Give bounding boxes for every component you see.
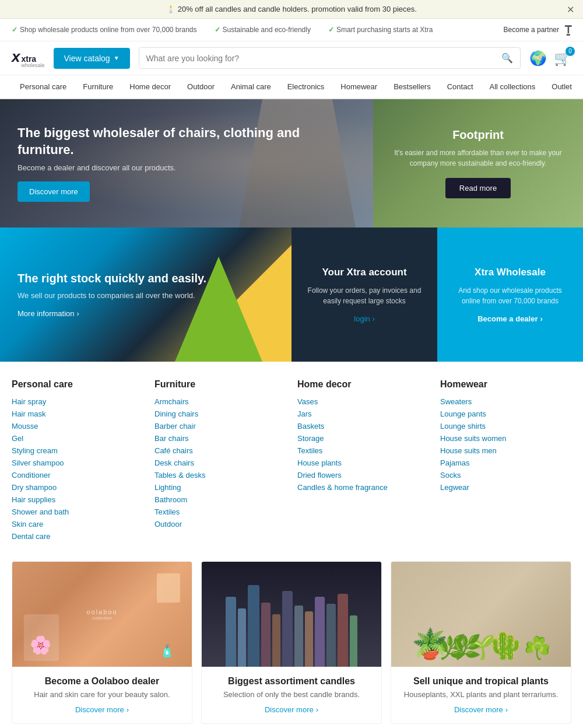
category-link[interactable]: Textiles [297, 446, 322, 455]
category-link[interactable]: Lighting [154, 483, 181, 492]
categories-section: Personal care Hair sprayHair maskMousseG… [0, 362, 583, 561]
category-link[interactable]: Silver shampoo [12, 459, 64, 467]
top-banner: 🕯️ 20% off all candles and candle holder… [0, 0, 583, 19]
nav-personal-care[interactable]: Personal care [12, 75, 75, 98]
more-info-link[interactable]: More information › [17, 309, 274, 318]
list-item: Skin care [12, 519, 143, 528]
category-personal-care: Personal care Hair sprayHair maskMousseG… [12, 379, 143, 544]
category-link[interactable]: Conditioner [12, 471, 51, 480]
discover-label-oolaboo: Discover more [75, 705, 124, 714]
category-link[interactable]: Armchairs [154, 397, 189, 406]
category-link[interactable]: Hair mask [12, 410, 46, 418]
view-catalog-button[interactable]: View catalog ▼ [54, 48, 130, 69]
become-partner-link[interactable]: Become a partner [504, 26, 559, 34]
eco-icon[interactable]: 🌍 [529, 50, 547, 66]
nav-outdoor[interactable]: Outdoor [179, 75, 223, 98]
category-link[interactable]: Skin care [12, 520, 43, 528]
discover-label-plants: Discover more [454, 705, 503, 714]
list-item: Dental care [12, 531, 143, 541]
category-link[interactable]: Desk chairs [154, 459, 194, 467]
category-link[interactable]: Storage [297, 434, 324, 443]
promo-discover-plants[interactable]: Discover more › [454, 705, 508, 714]
category-link[interactable]: Vases [297, 397, 318, 406]
list-item: Mousse [12, 421, 143, 430]
nav-bestsellers[interactable]: Bestsellers [385, 75, 439, 98]
nav-outlet[interactable]: Outlet [543, 75, 580, 98]
oolaboo-image: oolaboo collection 🌸 🧴 [12, 562, 192, 667]
category-link[interactable]: Shower and bath [12, 508, 69, 516]
nav-contact[interactable]: Contact [439, 75, 482, 98]
category-link[interactable]: Dental care [12, 532, 50, 541]
category-link[interactable]: Café chairs [154, 446, 193, 455]
category-link[interactable]: Sweaters [440, 397, 472, 406]
trust-label-2: Sustainable and eco-friendly [223, 26, 311, 34]
arrow-icon-candles: › [316, 705, 318, 714]
category-link[interactable]: Jars [297, 410, 312, 418]
category-link[interactable]: Gel [12, 434, 23, 443]
category-link[interactable]: Outdoor [154, 520, 182, 528]
promo-discover-oolaboo[interactable]: Discover more › [75, 705, 129, 714]
category-link[interactable]: Dried flowers [297, 471, 342, 480]
list-item: Silver shampoo [12, 458, 143, 467]
category-link[interactable]: Styling cream [12, 446, 58, 455]
promo-card-plants: 🪴 🌿 🌵 ☘️ Sell unique and tropical plants… [391, 561, 571, 724]
promo-text-plants: Houseplants, XXL plants and plant terrar… [401, 690, 561, 699]
list-item: Jars [297, 409, 429, 418]
nav-electronics[interactable]: Electronics [279, 75, 333, 98]
promo-body-candles: Biggest assortiment candles Selection of… [202, 667, 381, 723]
candle [238, 608, 246, 667]
discover-more-button[interactable]: Discover more [17, 181, 90, 202]
search-icon[interactable]: 🔍 [501, 52, 513, 64]
category-link[interactable]: Mousse [12, 422, 38, 430]
category-link[interactable]: Dining chairs [154, 410, 198, 418]
cart-button[interactable]: 🛒 0 [554, 50, 571, 66]
nav-animal-care[interactable]: Animal care [223, 75, 279, 98]
category-link[interactable]: Legwear [440, 483, 469, 492]
category-link[interactable]: Pajamas [440, 459, 470, 467]
category-link[interactable]: Lounge pants [440, 410, 486, 418]
logo-brand-x: x [12, 48, 20, 66]
category-link[interactable]: Lounge shirts [440, 422, 486, 430]
plants-image: 🪴 🌿 🌵 ☘️ [391, 562, 571, 667]
logo[interactable]: x xtra wholesale [12, 48, 45, 68]
category-link[interactable]: Dry shampoo [12, 483, 57, 492]
nav-home-decor[interactable]: Home decor [121, 75, 179, 98]
list-item: House suits women [440, 433, 571, 443]
category-link[interactable]: Tables & desks [154, 471, 205, 480]
close-icon[interactable]: ✕ [567, 4, 574, 15]
nav-furniture[interactable]: Furniture [75, 75, 121, 98]
login-link[interactable]: login › [354, 314, 374, 323]
read-more-button[interactable]: Read more [445, 178, 511, 198]
category-link[interactable]: Barber chair [154, 422, 196, 430]
category-link[interactable]: Bathroom [154, 495, 187, 504]
category-link[interactable]: Bar chairs [154, 434, 189, 443]
promo-discover-candles[interactable]: Discover more › [265, 705, 318, 714]
category-link[interactable]: House suits women [440, 434, 506, 443]
nav-all-collections[interactable]: All collections [482, 75, 544, 98]
category-link[interactable]: House plants [297, 459, 342, 467]
candle-row [223, 562, 360, 667]
info-card-stock: The right stock quickly and easily. We s… [0, 228, 292, 362]
list-item: Candles & home fragrance [297, 482, 429, 492]
become-dealer-link[interactable]: Become a dealer › [477, 314, 543, 323]
category-link[interactable]: Candles & home fragrance [297, 483, 388, 492]
category-link[interactable]: Baskets [297, 422, 324, 430]
candle [338, 594, 348, 667]
category-link[interactable]: Socks [440, 471, 461, 480]
list-item: Hair mask [12, 409, 143, 418]
check-icon-3: ✓ [328, 26, 334, 34]
dealer-arrow-icon: › [540, 314, 543, 323]
category-link[interactable]: Hair supplies [12, 495, 55, 504]
promo-title-candles: Biggest assortiment candles [211, 676, 372, 687]
nav-homewear[interactable]: Homewear [332, 75, 385, 98]
logo-sub-text: wholesale [21, 63, 44, 68]
search-input[interactable] [146, 54, 497, 63]
text-resize-icon[interactable]: Ṯ [565, 23, 571, 36]
category-link[interactable]: Textiles [154, 508, 180, 516]
category-link[interactable]: House suits men [440, 446, 497, 455]
category-link[interactable]: Hair spray [12, 397, 46, 406]
login-label: login [354, 314, 370, 323]
list-item: Bathroom [154, 495, 286, 504]
list-item: Storage [297, 433, 429, 443]
list-item: Dining chairs [154, 409, 286, 418]
